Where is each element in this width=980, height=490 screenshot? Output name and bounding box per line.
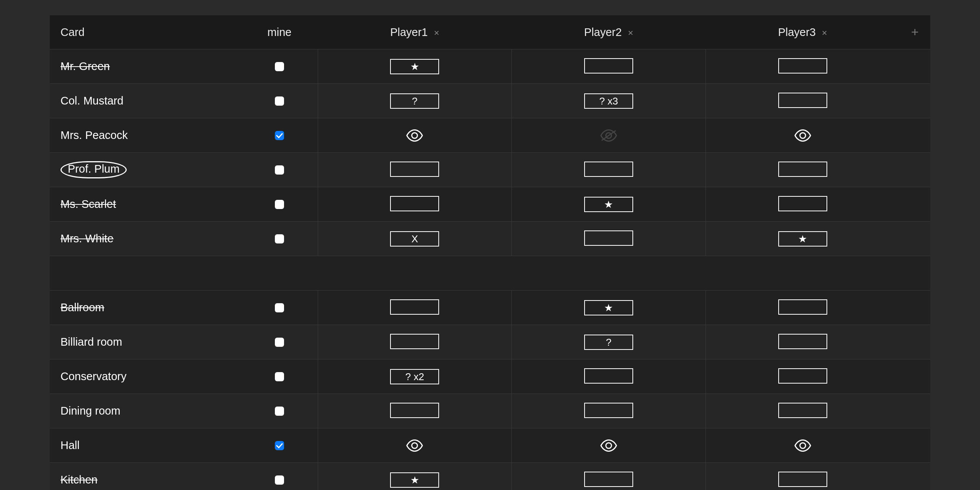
card-name: Billiard room <box>60 336 122 348</box>
mine-checkbox[interactable] <box>275 303 284 312</box>
table-row: Hall <box>50 428 930 463</box>
table-row: Col. Mustard?? x3 <box>50 84 930 118</box>
svg-point-0 <box>412 132 418 138</box>
table-row: Mr. Green★ <box>50 49 930 84</box>
card-name: Ballroom <box>60 301 104 314</box>
remove-player2-icon[interactable]: × <box>628 28 633 38</box>
card-slot-button[interactable] <box>778 196 827 211</box>
mine-checkbox[interactable] <box>275 441 284 450</box>
add-player-icon[interactable]: + <box>911 25 919 38</box>
card-slot-button[interactable] <box>778 472 827 487</box>
header-card: Card <box>50 15 241 49</box>
mine-checkbox[interactable] <box>275 165 284 175</box>
mine-checkbox[interactable] <box>275 338 284 347</box>
card-name: Kitchen <box>60 474 98 486</box>
card-slot-button[interactable] <box>584 368 633 384</box>
card-slot-button[interactable] <box>778 162 827 177</box>
card-slot-button[interactable] <box>778 58 827 74</box>
mine-checkbox[interactable] <box>275 234 284 243</box>
card-slot-button[interactable]: X <box>390 231 439 247</box>
card-name: Col. Mustard <box>60 95 123 107</box>
card-name: Prof. Plum <box>60 161 127 178</box>
shown-eye-icon[interactable] <box>406 129 423 142</box>
card-slot-button[interactable] <box>390 334 439 349</box>
card-slot-button[interactable]: ★ <box>390 472 439 488</box>
shown-eye-icon[interactable] <box>794 439 811 452</box>
card-slot-button[interactable] <box>584 403 633 418</box>
card-slot-button[interactable]: ★ <box>390 59 439 74</box>
mine-checkbox[interactable] <box>275 475 284 485</box>
card-slot-button[interactable] <box>584 472 633 487</box>
card-name: Dining room <box>60 405 120 417</box>
card-slot-button[interactable]: ? x3 <box>584 93 633 109</box>
svg-point-5 <box>606 443 612 448</box>
card-slot-button[interactable] <box>390 196 439 211</box>
table-row: Mrs. Peacock <box>50 118 930 153</box>
table-row: Conservatory? x2 <box>50 359 930 394</box>
card-slot-button[interactable] <box>390 299 439 315</box>
hidden-eye-icon[interactable] <box>600 129 617 142</box>
card-name: Conservatory <box>60 370 126 383</box>
table-row: Ms. Scarlet★ <box>50 187 930 222</box>
card-slot-button[interactable]: ? <box>584 335 633 350</box>
header-player2: Player2 × <box>512 15 706 49</box>
card-slot-button[interactable]: ★ <box>778 231 827 247</box>
card-slot-button[interactable] <box>778 299 827 315</box>
remove-player1-icon[interactable]: × <box>434 28 439 38</box>
card-slot-button[interactable] <box>390 162 439 177</box>
card-name: Ms. Scarlet <box>60 198 116 211</box>
card-slot-button[interactable]: ★ <box>584 197 633 212</box>
remove-player3-icon[interactable]: × <box>822 28 827 38</box>
header-player1: Player1 × <box>318 15 512 49</box>
card-slot-button[interactable] <box>778 334 827 349</box>
mine-checkbox[interactable] <box>275 372 284 381</box>
svg-point-6 <box>800 443 806 448</box>
card-name: Mrs. Peacock <box>60 129 128 142</box>
shown-eye-icon[interactable] <box>794 129 811 142</box>
card-slot-button[interactable] <box>584 162 633 177</box>
mine-checkbox[interactable] <box>275 200 284 209</box>
table-row: Dining room <box>50 394 930 428</box>
card-slot-button[interactable] <box>584 58 633 74</box>
card-slot-button[interactable] <box>778 368 827 384</box>
card-slot-button[interactable] <box>778 403 827 418</box>
table-row: Prof. Plum <box>50 153 930 187</box>
card-slot-button[interactable]: ? x2 <box>390 369 439 384</box>
mine-checkbox[interactable] <box>275 407 284 416</box>
table-row: Mrs. WhiteX★ <box>50 222 930 256</box>
svg-point-4 <box>412 443 418 448</box>
card-slot-button[interactable]: ? <box>390 93 439 109</box>
clue-tracker-table: Card mine Player1 × Player2 × Player3 × … <box>50 15 930 490</box>
mine-checkbox[interactable] <box>275 131 284 140</box>
card-name: Mrs. White <box>60 232 114 245</box>
card-name: Hall <box>60 439 80 452</box>
card-slot-button[interactable]: ★ <box>584 300 633 315</box>
header-mine: mine <box>241 15 318 49</box>
header-player3: Player3 × <box>706 15 900 49</box>
card-slot-button[interactable] <box>778 93 827 108</box>
card-slot-button[interactable] <box>584 230 633 246</box>
mine-checkbox[interactable] <box>275 96 284 106</box>
shown-eye-icon[interactable] <box>600 439 617 452</box>
svg-point-3 <box>800 132 806 138</box>
mine-checkbox[interactable] <box>275 62 284 71</box>
card-slot-button[interactable] <box>390 403 439 418</box>
table-row: Kitchen★ <box>50 463 930 490</box>
card-name: Mr. Green <box>60 60 110 73</box>
table-row: Billiard room? <box>50 325 930 359</box>
shown-eye-icon[interactable] <box>406 439 423 452</box>
table-row: Ballroom★ <box>50 291 930 325</box>
